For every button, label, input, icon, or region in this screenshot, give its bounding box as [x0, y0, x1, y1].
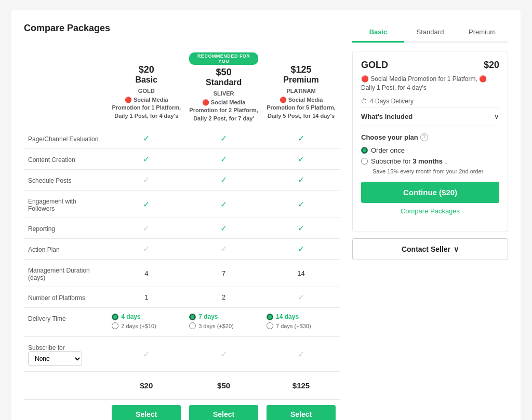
- check-standard-subscribe: ✓: [189, 349, 258, 359]
- package-title-row: GOLD $20: [361, 60, 499, 71]
- check-basic-reporting: ✓: [112, 223, 181, 233]
- check-premium-page-eval: ✓: [267, 133, 336, 143]
- standard-management-days: 7: [185, 260, 262, 287]
- tab-standard[interactable]: Standard: [404, 23, 456, 43]
- row-label-management: Management Duration (days): [24, 260, 108, 287]
- whats-included-label: What's included: [361, 113, 413, 120]
- contact-seller-label: Contact Seller: [402, 245, 450, 253]
- check-premium-action: ✓: [267, 244, 336, 254]
- order-once-row[interactable]: Order once: [361, 146, 499, 154]
- check-premium-engagement: ✓: [267, 199, 336, 209]
- order-once-radio[interactable]: [361, 147, 368, 154]
- row-final-price: $20 $50 $125: [24, 372, 340, 400]
- basic-delivery-alt[interactable]: 2 days (+$10): [112, 322, 181, 329]
- check-premium-content: ✓: [267, 154, 336, 164]
- basic-delivery-radio-primary[interactable]: [112, 314, 118, 320]
- row-schedule-posts: Schedule Posts ✓ ✓ ✓: [24, 170, 340, 191]
- subscribe-note: Save 15% every month from your 2nd order: [373, 168, 499, 174]
- check-standard-reporting: ✓: [189, 223, 258, 233]
- premium-delivery-radio-primary[interactable]: [267, 314, 273, 320]
- chevron-down-icon: ∨: [494, 113, 499, 120]
- right-panel: Basic Standard Premium GOLD $20 🔴 Social…: [352, 23, 508, 420]
- premium-name: Premium: [267, 75, 336, 85]
- check-premium-schedule: ✓: [267, 175, 336, 185]
- col-header-basic: $20 Basic GOLD 🔴 Social Media Promotion …: [108, 44, 185, 128]
- row-delivery: Delivery Time 4 days 2 days (+$10): [24, 308, 340, 337]
- basic-delivery-radio-alt[interactable]: [112, 322, 118, 329]
- delivery-label: 4 Days Delivery: [370, 98, 414, 105]
- standard-select-button[interactable]: Select: [189, 405, 258, 420]
- tab-basic[interactable]: Basic: [352, 23, 404, 43]
- row-platforms: Number of Platforms 1 2 ✓: [24, 287, 340, 308]
- choose-plan-label: Choose your plan ?: [361, 133, 499, 141]
- premium-delivery-alt[interactable]: 7 days (+$30): [267, 322, 336, 329]
- page-title: Compare Packages: [24, 23, 340, 34]
- package-title: GOLD: [361, 60, 388, 71]
- recommended-badge: RECOMMENDED FOR YOU: [189, 52, 258, 65]
- check-standard-engagement: ✓: [189, 199, 258, 209]
- premium-delivery-radio-alt[interactable]: [267, 322, 273, 329]
- subscribe-select[interactable]: None 1 month 3 months 6 months: [28, 351, 82, 366]
- basic-management-days: 4: [108, 260, 185, 287]
- subscribe-radio[interactable]: [361, 158, 368, 165]
- premium-management-days: 14: [262, 260, 340, 287]
- subscribe-row[interactable]: Subscribe for 3 months ↓: [361, 157, 499, 165]
- check-basic-page-eval: ✓: [112, 133, 181, 143]
- premium-final-price: $125: [267, 377, 336, 394]
- clock-icon: ⏱: [361, 98, 367, 105]
- basic-delivery-primary[interactable]: 4 days: [112, 313, 181, 320]
- row-label-delivery: Delivery Time: [24, 308, 108, 337]
- basic-final-price: $20: [112, 377, 181, 394]
- check-basic-content: ✓: [112, 154, 181, 164]
- col-header-standard: RECOMMENDED FOR YOU $50 Standard SLIVER …: [185, 44, 262, 128]
- choose-plan-section: Choose your plan ? Order once Subscribe …: [361, 133, 499, 174]
- row-label-engagement: Engagement with Followers: [24, 191, 108, 218]
- standard-delivery-alt[interactable]: 3 days (+$20): [189, 322, 258, 329]
- row-management-duration: Management Duration (days) 4 7 14: [24, 260, 340, 287]
- standard-price: $50: [189, 67, 258, 78]
- premium-tier: PLATINAM: [267, 88, 336, 94]
- check-basic-schedule: ✓: [112, 175, 181, 185]
- check-standard-action: ✓: [189, 244, 258, 254]
- dropdown-arrow-icon: ↓: [445, 158, 448, 165]
- standard-tier: SLIVER: [189, 90, 258, 97]
- check-standard-page-eval: ✓: [189, 133, 258, 143]
- contact-seller-button[interactable]: Contact Seller ∨: [352, 238, 508, 260]
- basic-price: $20: [112, 64, 181, 75]
- row-label-reporting: Reporting: [24, 218, 108, 239]
- package-price: $20: [484, 60, 499, 71]
- check-standard-schedule: ✓: [189, 175, 258, 185]
- premium-delivery-primary[interactable]: 14 days: [267, 313, 336, 320]
- standard-delivery-primary[interactable]: 7 days: [189, 313, 258, 320]
- compare-packages-link[interactable]: Compare Packages: [361, 207, 499, 215]
- basic-platforms: 1: [108, 287, 185, 308]
- row-subscribe: Subscribe for None 1 month 3 months 6 mo…: [24, 337, 340, 372]
- row-label-platforms: Number of Platforms: [24, 287, 108, 308]
- row-select-buttons: Select Select Select: [24, 400, 340, 420]
- premium-platforms: ✓: [267, 292, 336, 302]
- check-standard-content: ✓: [189, 154, 258, 164]
- subscribe-label: Subscribe for 3 months ↓: [371, 157, 447, 165]
- basic-select-button[interactable]: Select: [112, 405, 181, 420]
- premium-price: $125: [267, 64, 336, 75]
- standard-delivery-radio-alt[interactable]: [189, 322, 196, 329]
- row-engagement: Engagement with Followers ✓ ✓ ✓: [24, 191, 340, 218]
- row-content-creation: Content Creation ✓ ✓ ✓: [24, 149, 340, 170]
- standard-platforms: 2: [185, 287, 262, 308]
- tab-premium[interactable]: Premium: [456, 23, 508, 43]
- premium-select-button[interactable]: Select: [267, 405, 336, 420]
- right-tabs: Basic Standard Premium: [352, 23, 508, 43]
- whats-included-row[interactable]: What's included ∨: [361, 107, 499, 126]
- check-basic-subscribe: ✓: [112, 349, 181, 359]
- standard-delivery-radio-primary[interactable]: [189, 314, 196, 320]
- premium-desc: 🔴 Social Media Promotion for 5 Platform,…: [267, 96, 336, 120]
- check-basic-engagement: ✓: [112, 199, 181, 209]
- help-icon[interactable]: ?: [420, 133, 428, 141]
- standard-final-price: $50: [189, 377, 258, 394]
- chevron-down-icon-contact: ∨: [454, 245, 459, 253]
- continue-button[interactable]: Continue ($20): [361, 182, 499, 203]
- row-label-final: [24, 372, 108, 400]
- package-delivery: ⏱ 4 Days Delivery: [361, 98, 499, 105]
- row-page-eval: Page/Channel Evaluation ✓ ✓ ✓: [24, 128, 340, 149]
- order-once-label: Order once: [371, 146, 405, 154]
